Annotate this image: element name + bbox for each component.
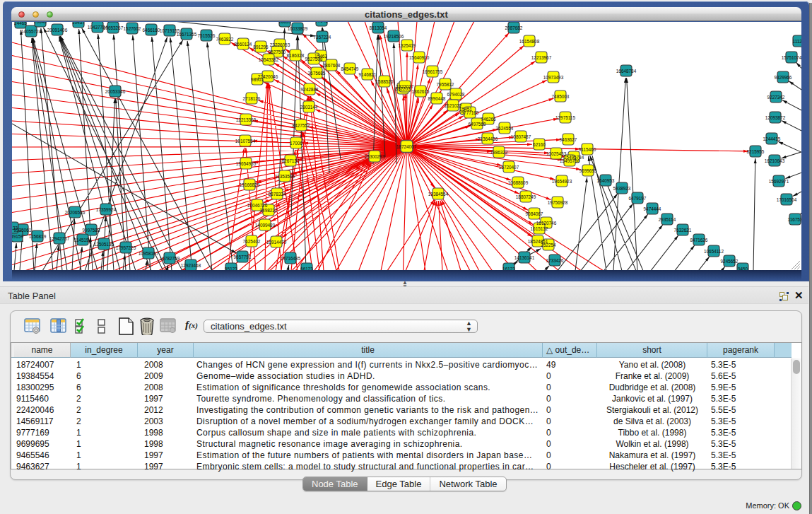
- svg-text:16123: 16123: [502, 267, 515, 271]
- svg-text:8454749: 8454749: [341, 66, 359, 71]
- svg-text:7986322: 7986322: [490, 150, 508, 155]
- svg-text:19218506: 19218506: [384, 34, 404, 39]
- svg-text:9463627: 9463627: [560, 137, 577, 142]
- svg-text:16210643: 16210643: [765, 158, 785, 163]
- svg-text:20053346: 20053346: [105, 89, 126, 94]
- svg-text:1527602: 1527602: [124, 26, 141, 31]
- svg-text:9115460: 9115460: [579, 147, 596, 152]
- svg-text:6479197: 6479197: [629, 196, 647, 201]
- svg-text:15495756: 15495756: [560, 158, 580, 163]
- svg-text:2087682: 2087682: [505, 25, 523, 30]
- svg-text:2935114: 2935114: [659, 217, 676, 222]
- svg-text:21364436: 21364436: [478, 136, 498, 141]
- svg-text:9146821: 9146821: [359, 72, 377, 77]
- svg-text:8427552: 8427552: [293, 123, 310, 128]
- svg-text:16782759: 16782759: [160, 256, 180, 261]
- svg-text:1588520: 1588520: [376, 79, 394, 84]
- svg-text:12093872: 12093872: [765, 115, 786, 120]
- svg-text:6466160: 6466160: [143, 28, 160, 33]
- svg-text:12213369: 12213369: [236, 117, 257, 122]
- svg-text:19654935: 19654935: [236, 161, 257, 166]
- svg-text:62160: 62160: [533, 142, 546, 147]
- svg-text:8878334: 8878334: [269, 192, 286, 197]
- svg-text:1640953: 1640953: [597, 178, 615, 183]
- svg-text:1145194: 1145194: [74, 238, 92, 243]
- svg-text:1156819: 1156819: [29, 234, 47, 239]
- svg-text:14099489: 14099489: [255, 223, 276, 228]
- svg-text:746266: 746266: [481, 117, 496, 122]
- svg-text:16033809: 16033809: [288, 26, 308, 31]
- svg-text:15692971: 15692971: [769, 179, 789, 184]
- svg-text:8990448: 8990448: [428, 96, 446, 101]
- svg-text:11353594: 11353594: [275, 174, 295, 179]
- svg-text:252254: 252254: [541, 243, 556, 247]
- svg-text:23226053: 23226053: [270, 42, 290, 47]
- svg-text:10654112: 10654112: [704, 249, 724, 254]
- svg-text:8215955: 8215955: [747, 149, 765, 154]
- svg-text:7357224: 7357224: [314, 35, 331, 40]
- svg-text:9084067: 9084067: [526, 211, 543, 216]
- svg-text:10437: 10437: [72, 22, 85, 25]
- svg-text:95123: 95123: [225, 267, 237, 271]
- svg-text:16961755: 16961755: [423, 69, 443, 74]
- svg-text:7955812: 7955812: [437, 82, 454, 87]
- svg-text:8660124: 8660124: [235, 42, 252, 47]
- svg-text:1733426: 1733426: [546, 258, 564, 263]
- svg-text:9245652: 9245652: [721, 259, 739, 264]
- svg-text:8186328: 8186328: [287, 53, 305, 58]
- svg-text:77046: 77046: [315, 22, 328, 23]
- svg-text:25300293: 25300293: [365, 154, 385, 159]
- svg-text:17006: 17006: [290, 141, 302, 146]
- svg-text:1325419: 1325419: [399, 43, 416, 48]
- svg-text:7625402: 7625402: [243, 239, 261, 244]
- svg-text:11124: 11124: [793, 39, 801, 44]
- svg-text:20091406: 20091406: [47, 28, 68, 33]
- svg-text:7485003: 7485003: [552, 94, 570, 99]
- svg-text:16120746: 16120746: [536, 221, 557, 226]
- svg-text:8471626: 8471626: [690, 238, 708, 243]
- svg-text:19166829: 19166829: [240, 182, 260, 187]
- svg-text:16914479: 16914479: [266, 240, 287, 245]
- svg-text:15640910: 15640910: [409, 55, 430, 60]
- svg-text:19716485: 19716485: [281, 256, 301, 261]
- svg-text:8267130: 8267130: [282, 158, 300, 163]
- svg-text:24465: 24465: [14, 22, 27, 25]
- svg-text:1244415: 1244415: [763, 136, 781, 141]
- svg-text:10807487: 10807487: [511, 134, 531, 139]
- svg-text:9227342: 9227342: [767, 95, 785, 100]
- svg-text:15751074: 15751074: [782, 55, 801, 60]
- svg-text:66123: 66123: [300, 267, 313, 271]
- svg-text:17957225: 17957225: [116, 245, 136, 250]
- svg-text:7463822: 7463822: [216, 37, 234, 42]
- svg-text:14136141: 14136141: [514, 255, 535, 260]
- svg-text:9474444: 9474444: [644, 206, 661, 211]
- svg-text:9527500: 9527500: [269, 49, 286, 54]
- svg-text:6794028: 6794028: [447, 92, 465, 97]
- svg-text:16154808: 16154808: [519, 39, 540, 44]
- svg-text:19384554: 19384554: [428, 192, 449, 197]
- svg-text:8813054: 8813054: [370, 25, 387, 30]
- svg-text:7515526: 7515526: [198, 33, 216, 38]
- svg-text:7632621: 7632621: [674, 228, 692, 233]
- svg-text:5938923: 5938923: [613, 186, 631, 191]
- svg-text:16648784: 16648784: [616, 69, 637, 74]
- svg-text:1322037: 1322037: [396, 84, 414, 89]
- svg-text:20206536: 20206536: [65, 210, 86, 215]
- svg-text:9527508: 9527508: [305, 57, 323, 62]
- svg-text:6497568: 6497568: [469, 122, 486, 127]
- svg-text:17016504: 17016504: [777, 197, 797, 202]
- svg-text:1615132: 1615132: [531, 226, 548, 231]
- svg-text:10688609: 10688609: [508, 180, 529, 185]
- svg-text:39159: 39159: [12, 234, 23, 239]
- svg-text:12942737: 12942737: [49, 236, 70, 241]
- svg-text:14055724: 14055724: [21, 29, 42, 34]
- svg-text:10973493: 10973493: [543, 75, 564, 80]
- svg-text:10958107: 10958107: [139, 251, 159, 256]
- svg-text:9450: 9450: [738, 267, 748, 271]
- svg-text:16639: 16639: [278, 22, 291, 24]
- svg-text:12213967: 12213967: [531, 55, 552, 60]
- svg-text:3498222: 3498222: [260, 208, 278, 213]
- svg-text:12505135: 12505135: [94, 242, 114, 247]
- svg-text:18807249: 18807249: [516, 194, 536, 199]
- svg-text:15720407: 15720407: [499, 165, 519, 170]
